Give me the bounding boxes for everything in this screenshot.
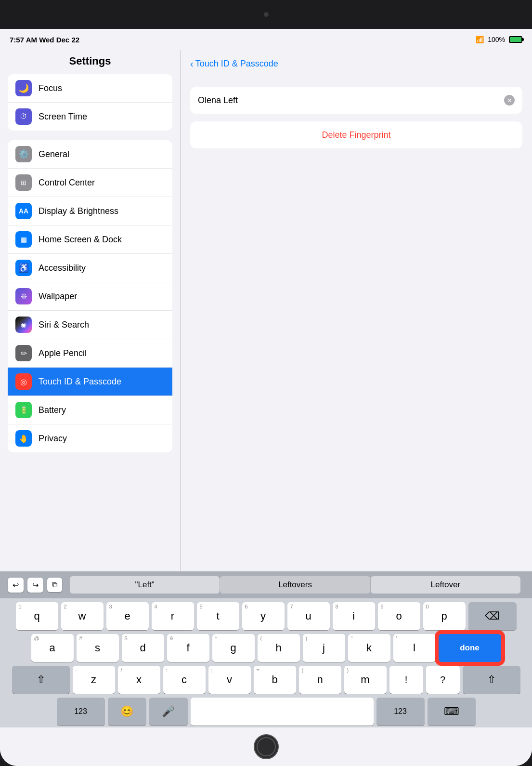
key-p[interactable]: 0p bbox=[423, 602, 466, 630]
keyboard-suggestions: "Left" Leftovers Leftover bbox=[70, 576, 520, 594]
sidebar-item-displaybrightness[interactable]: AA Display & Brightness bbox=[8, 197, 172, 225]
sidebar-item-label: Touch ID & Passcode bbox=[39, 377, 121, 387]
key-u[interactable]: 7u bbox=[287, 602, 330, 630]
keyboard-row-3: ⇧ -z /x :c ;v =b (n )m ! ? ⇧ bbox=[2, 666, 530, 694]
status-time: 7:57 AM Wed Dec 22 bbox=[10, 36, 79, 44]
copy-button[interactable]: ⧉ bbox=[47, 578, 62, 592]
key-o[interactable]: 9o bbox=[378, 602, 420, 630]
sidebar-item-label: Control Center bbox=[39, 178, 95, 188]
displaybrightness-icon: AA bbox=[15, 203, 32, 219]
sidebar-item-controlcenter[interactable]: ⊞ Control Center bbox=[8, 169, 172, 197]
clear-input-button[interactable]: ✕ bbox=[504, 95, 515, 106]
sidebar-item-battery[interactable]: 🔋 Battery bbox=[8, 396, 172, 424]
keyboard-toolbar: ↩ ↪ ⧉ "Left" Leftovers Leftover bbox=[0, 571, 532, 598]
keyboard-row-1: 1q 2w 3e 4r 5t 6y 7u 8i 9o 0p ⌫ bbox=[2, 602, 530, 630]
numbers-key-left[interactable]: 123 bbox=[57, 698, 105, 726]
delete-fingerprint-label: Delete Fingerprint bbox=[322, 130, 390, 140]
sidebar-item-label: Wallpaper bbox=[39, 291, 77, 302]
key-exclaim[interactable]: ! bbox=[389, 666, 423, 694]
key-f[interactable]: &f bbox=[167, 634, 209, 662]
controlcenter-icon: ⊞ bbox=[15, 174, 32, 191]
emoji-key[interactable]: 😊 bbox=[108, 698, 146, 726]
sidebar-item-privacy[interactable]: 🤚 Privacy bbox=[8, 424, 172, 452]
key-m[interactable]: )m bbox=[344, 666, 387, 694]
sidebar-item-homescreen[interactable]: ▦ Home Screen & Dock bbox=[8, 225, 172, 254]
ipad-frame: 7:57 AM Wed Dec 22 📶 100% Settings 🌙 Foc bbox=[0, 0, 532, 766]
settings-group-2: ⚙️ General ⊞ Control Center AA Display &… bbox=[8, 140, 172, 452]
key-h[interactable]: (h bbox=[258, 634, 300, 662]
sidebar-item-general[interactable]: ⚙️ General bbox=[8, 140, 172, 169]
sidebar-item-label: Accessibility bbox=[39, 263, 86, 273]
sidebar-item-applepencil[interactable]: ✏ Apple Pencil bbox=[8, 339, 172, 368]
applepencil-icon: ✏ bbox=[15, 345, 32, 361]
keyboard-row-4: 123 😊 🎤 123 ⌨ bbox=[2, 698, 530, 726]
key-j[interactable]: )j bbox=[303, 634, 345, 662]
sidebar-item-siri[interactable]: ◉ Siri & Search bbox=[8, 311, 172, 339]
back-button[interactable]: ‹ Touch ID & Passcode bbox=[190, 58, 278, 69]
sidebar-item-wallpaper[interactable]: ❊ Wallpaper bbox=[8, 282, 172, 311]
space-key[interactable] bbox=[191, 698, 374, 726]
key-s[interactable]: #s bbox=[77, 634, 119, 662]
sidebar: Settings 🌙 Focus ⏱ Screen Time ⚙️ bbox=[0, 50, 181, 571]
wifi-icon: 📶 bbox=[476, 36, 484, 43]
sidebar-item-label: Siri & Search bbox=[39, 320, 89, 330]
sidebar-item-label: Focus bbox=[39, 83, 62, 93]
right-panel: ‹ Touch ID & Passcode ✕ Delete Fingerpri… bbox=[181, 50, 532, 571]
siri-icon: ◉ bbox=[15, 317, 32, 333]
fingerprint-name-input[interactable] bbox=[198, 95, 504, 106]
home-button[interactable] bbox=[254, 734, 279, 759]
battery-percent: 100% bbox=[488, 36, 505, 43]
keyboard-row-2: @a #s $d &f *g (h )j "k 'l done bbox=[2, 634, 530, 662]
touchid-icon: ◎ bbox=[15, 373, 32, 390]
key-r[interactable]: 4r bbox=[152, 602, 194, 630]
key-y[interactable]: 6y bbox=[242, 602, 285, 630]
screen: 7:57 AM Wed Dec 22 📶 100% Settings 🌙 Foc bbox=[0, 29, 532, 766]
key-k[interactable]: "k bbox=[348, 634, 390, 662]
key-b[interactable]: =b bbox=[254, 666, 296, 694]
key-z[interactable]: -z bbox=[73, 666, 115, 694]
panel-content: ✕ Delete Fingerprint bbox=[181, 77, 532, 571]
key-d[interactable]: $d bbox=[122, 634, 164, 662]
key-e[interactable]: 3e bbox=[106, 602, 149, 630]
keyboard-rows: 1q 2w 3e 4r 5t 6y 7u 8i 9o 0p ⌫ @a #s $d bbox=[0, 598, 532, 727]
right-shift-key[interactable]: ⇧ bbox=[463, 666, 520, 694]
backspace-key[interactable]: ⌫ bbox=[468, 602, 517, 630]
settings-group-1: 🌙 Focus ⏱ Screen Time bbox=[8, 74, 172, 131]
left-shift-key[interactable]: ⇧ bbox=[12, 666, 70, 694]
key-v[interactable]: ;v bbox=[208, 666, 251, 694]
general-icon: ⚙️ bbox=[15, 146, 32, 162]
mic-key[interactable]: 🎤 bbox=[149, 698, 188, 726]
undo-button[interactable]: ↩ bbox=[8, 578, 24, 593]
key-g[interactable]: *g bbox=[212, 634, 255, 662]
battery-settings-icon: 🔋 bbox=[15, 402, 32, 418]
sidebar-item-touchid[interactable]: ◎ Touch ID & Passcode bbox=[8, 368, 172, 396]
sidebar-item-focus[interactable]: 🌙 Focus bbox=[8, 74, 172, 103]
key-w[interactable]: 2w bbox=[61, 602, 104, 630]
wallpaper-icon: ❊ bbox=[15, 288, 32, 304]
key-question[interactable]: ? bbox=[426, 666, 460, 694]
sidebar-item-screentime[interactable]: ⏱ Screen Time bbox=[8, 103, 172, 131]
key-q[interactable]: 1q bbox=[16, 602, 58, 630]
key-n[interactable]: (n bbox=[299, 666, 341, 694]
key-i[interactable]: 8i bbox=[333, 602, 375, 630]
done-key[interactable]: done bbox=[439, 634, 501, 662]
key-l[interactable]: 'l bbox=[393, 634, 436, 662]
sidebar-item-accessibility[interactable]: ♿ Accessibility bbox=[8, 254, 172, 282]
redo-button[interactable]: ↪ bbox=[27, 578, 43, 593]
delete-fingerprint-button[interactable]: Delete Fingerprint bbox=[190, 121, 522, 148]
status-bar: 7:57 AM Wed Dec 22 📶 100% bbox=[0, 29, 532, 50]
back-label: Touch ID & Passcode bbox=[195, 59, 278, 69]
key-x[interactable]: /x bbox=[118, 666, 160, 694]
keyboard-dismiss-key[interactable]: ⌨ bbox=[428, 698, 476, 726]
suggestion-3[interactable]: Leftover bbox=[371, 576, 520, 594]
sidebar-item-label: Privacy bbox=[39, 434, 67, 444]
camera-dot bbox=[264, 12, 269, 17]
numbers-key-right[interactable]: 123 bbox=[376, 698, 425, 726]
key-t[interactable]: 5t bbox=[197, 602, 239, 630]
suggestion-2[interactable]: Leftovers bbox=[220, 576, 370, 594]
screentime-icon: ⏱ bbox=[15, 108, 32, 125]
suggestion-1[interactable]: "Left" bbox=[70, 576, 220, 594]
key-c[interactable]: :c bbox=[163, 666, 206, 694]
key-a[interactable]: @a bbox=[31, 634, 74, 662]
sidebar-item-label: General bbox=[39, 149, 69, 159]
